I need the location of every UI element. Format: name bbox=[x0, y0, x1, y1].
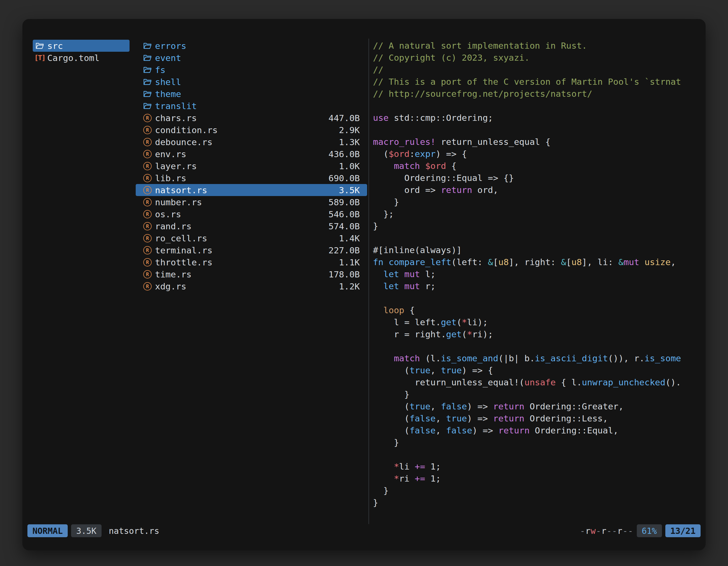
item-size: 2.9K bbox=[339, 125, 360, 135]
item-size: 546.0B bbox=[328, 209, 360, 219]
code-line bbox=[373, 232, 699, 244]
item-label: time.rs bbox=[155, 269, 192, 280]
file-permissions: -rw-r--r-- bbox=[580, 526, 633, 536]
rust-file-icon: R bbox=[143, 150, 152, 158]
code-line: } bbox=[373, 196, 699, 208]
file-item-os-rs[interactable]: Ros.rs546.0B bbox=[136, 208, 367, 220]
rust-file-icon: R bbox=[143, 114, 152, 122]
mode-indicator: NORMAL bbox=[27, 524, 68, 537]
item-label: debounce.rs bbox=[155, 137, 212, 147]
parent-item-cargo-toml[interactable]: [T]Cargo.toml bbox=[33, 52, 130, 64]
file-size-chip: 3.5K bbox=[71, 524, 101, 537]
file-item-chars-rs[interactable]: Rchars.rs447.0B bbox=[136, 112, 367, 124]
item-size: 574.0B bbox=[328, 221, 360, 231]
rust-icon-glyph: R bbox=[143, 234, 152, 243]
file-item-number-rs[interactable]: Rnumber.rs589.0B bbox=[136, 196, 367, 208]
code-line: } bbox=[373, 388, 699, 400]
item-label: rand.rs bbox=[155, 221, 192, 231]
file-item-rand-rs[interactable]: Rrand.rs574.0B bbox=[136, 220, 367, 232]
file-item-theme[interactable]: theme bbox=[136, 88, 367, 100]
code-line: } bbox=[373, 497, 699, 509]
code-line: (true, true) => { bbox=[373, 364, 699, 376]
file-item-terminal-rs[interactable]: Rterminal.rs227.0B bbox=[136, 244, 367, 256]
rust-file-icon: R bbox=[143, 258, 152, 267]
item-label: chars.rs bbox=[155, 113, 197, 123]
rust-file-icon: R bbox=[143, 138, 152, 146]
item-size: 690.0B bbox=[328, 173, 360, 183]
code-line: let mut l; bbox=[373, 268, 699, 280]
code-line: // Copyright (c) 2023, sxyazi. bbox=[373, 52, 699, 64]
code-line: match $ord { bbox=[373, 160, 699, 172]
preview-pane[interactable]: // A natural sort implementation in Rust… bbox=[373, 40, 699, 509]
status-bar-right: -rw-r--r-- 61% 13/21 bbox=[580, 524, 701, 537]
item-size: 1.1K bbox=[339, 257, 360, 267]
file-item-fs[interactable]: fs bbox=[136, 64, 367, 76]
item-label: natsort.rs bbox=[155, 185, 207, 195]
code-line: ($ord:expr) => { bbox=[373, 148, 699, 160]
code-line: #[inline(always)] bbox=[373, 244, 699, 256]
item-label: lib.rs bbox=[155, 173, 186, 183]
folder-open-icon bbox=[143, 102, 152, 110]
code-line: } bbox=[373, 436, 699, 448]
file-item-natsort-rs[interactable]: Rnatsort.rs3.5K bbox=[136, 184, 367, 196]
file-item-env-rs[interactable]: Renv.rs436.0B bbox=[136, 148, 367, 160]
cursor-position: 13/21 bbox=[665, 524, 701, 537]
code-line: }; bbox=[373, 208, 699, 220]
code-line: } bbox=[373, 485, 699, 497]
rust-icon-glyph: R bbox=[143, 174, 152, 182]
current-pane: errorseventfsshellthemetranslitRchars.rs… bbox=[136, 40, 367, 292]
rust-file-icon: R bbox=[143, 174, 152, 182]
item-label: xdg.rs bbox=[155, 281, 186, 291]
file-item-condition-rs[interactable]: Rcondition.rs2.9K bbox=[136, 124, 367, 136]
rust-icon-glyph: R bbox=[143, 282, 152, 290]
item-size: 447.0B bbox=[328, 113, 360, 123]
item-label: env.rs bbox=[155, 149, 186, 159]
rust-icon-glyph: R bbox=[143, 150, 152, 158]
item-label: os.rs bbox=[155, 209, 181, 219]
rust-file-icon: R bbox=[143, 270, 152, 279]
file-item-lib-rs[interactable]: Rlib.rs690.0B bbox=[136, 172, 367, 184]
rust-icon-glyph: R bbox=[143, 162, 152, 170]
item-label: event bbox=[155, 53, 181, 63]
toml-icon-glyph: [T] bbox=[34, 54, 45, 62]
scroll-percent: 61% bbox=[637, 524, 662, 537]
file-item-errors[interactable]: errors bbox=[136, 40, 367, 52]
code-line: l = left.get(*li); bbox=[373, 316, 699, 328]
code-line: (false, true) => return Ordering::Less, bbox=[373, 412, 699, 424]
item-label: translit bbox=[155, 101, 197, 111]
parent-item-src[interactable]: src bbox=[33, 40, 130, 52]
file-item-time-rs[interactable]: Rtime.rs178.0B bbox=[136, 268, 367, 280]
rust-icon-glyph: R bbox=[143, 258, 152, 267]
file-item-event[interactable]: event bbox=[136, 52, 367, 64]
code-line: loop { bbox=[373, 304, 699, 316]
item-label: number.rs bbox=[155, 197, 202, 207]
file-item-translit[interactable]: translit bbox=[136, 100, 367, 112]
file-item-ro-cell-rs[interactable]: Rro_cell.rs1.4K bbox=[136, 232, 367, 244]
code-line: (true, false) => return Ordering::Greate… bbox=[373, 400, 699, 412]
item-label: ro_cell.rs bbox=[155, 233, 207, 243]
file-item-layer-rs[interactable]: Rlayer.rs1.0K bbox=[136, 160, 367, 172]
rust-icon-glyph: R bbox=[143, 198, 152, 206]
toml-file-icon: [T] bbox=[35, 54, 44, 62]
rust-file-icon: R bbox=[143, 126, 152, 134]
item-label: condition.rs bbox=[155, 125, 218, 135]
file-item-xdg-rs[interactable]: Rxdg.rs1.2K bbox=[136, 280, 367, 292]
item-label: layer.rs bbox=[155, 161, 197, 171]
parent-pane: src[T]Cargo.toml bbox=[33, 40, 130, 64]
file-item-debounce-rs[interactable]: Rdebounce.rs1.3K bbox=[136, 136, 367, 148]
rust-file-icon: R bbox=[143, 186, 152, 194]
rust-icon-glyph: R bbox=[143, 210, 152, 219]
folder-open-icon bbox=[143, 90, 152, 98]
rust-file-icon: R bbox=[143, 282, 152, 290]
item-size: 1.0K bbox=[339, 161, 360, 171]
code-line: macro_rules! return_unless_equal { bbox=[373, 136, 699, 148]
code-line: } bbox=[373, 220, 699, 232]
code-line: (false, false) => return Ordering::Equal… bbox=[373, 424, 699, 436]
item-label: Cargo.toml bbox=[47, 53, 100, 63]
item-size: 1.2K bbox=[339, 281, 360, 291]
file-item-throttle-rs[interactable]: Rthrottle.rs1.1K bbox=[136, 256, 367, 268]
item-label: shell bbox=[155, 77, 181, 87]
code-line: // bbox=[373, 64, 699, 76]
code-line: match (l.is_some_and(|b| b.is_ascii_digi… bbox=[373, 352, 699, 364]
file-item-shell[interactable]: shell bbox=[136, 76, 367, 88]
